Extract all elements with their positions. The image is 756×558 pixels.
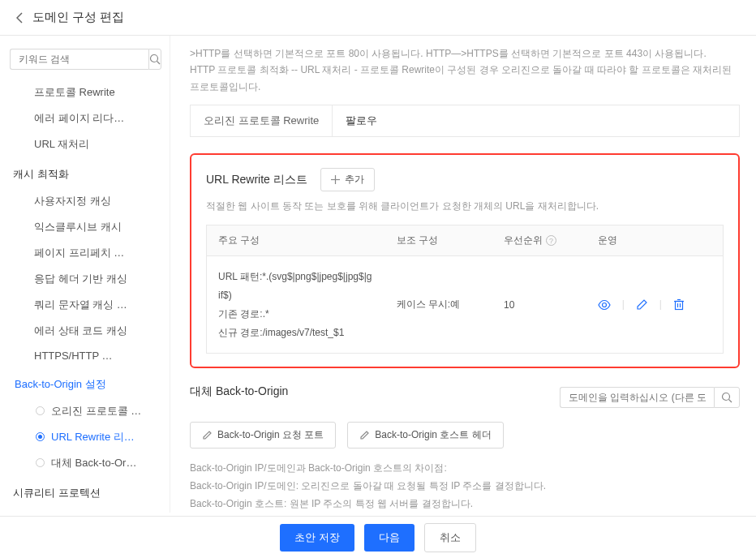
- sidebar: 프로토콜 Rewrite 에러 페이지 리다… URL 재처리 캐시 최적화 사…: [0, 36, 170, 513]
- sidebar-item[interactable]: 응답 헤더 기반 캐싱: [0, 266, 160, 292]
- config-line: URL 패턴:*.(svg$|png$|jpeg$|jpg$|gif$): [218, 268, 374, 305]
- domain-input[interactable]: [560, 387, 714, 408]
- note-line: Back-to-Origin IP/도메인: 오리진으로 돌아갈 때 요청될 특…: [190, 478, 740, 496]
- sidebar-group-title[interactable]: Back-to-Origin 설정: [0, 371, 160, 398]
- sidebar-group-title[interactable]: 캐시 최적화: [10, 161, 160, 188]
- info-line: >HTTP를 선택하면 기본적으로 포트 80이 사용됩니다. HTTP—>HT…: [190, 45, 740, 62]
- main-content: >HTTP를 선택하면 기본적으로 포트 80이 사용됩니다. HTTP—>HT…: [170, 36, 756, 513]
- plus-icon: [331, 175, 340, 184]
- divider: |: [622, 298, 625, 311]
- table-row: URL 패턴:*.(svg$|png$|jpeg$|jpg$|gif$) 기존 …: [207, 256, 724, 354]
- config-line: 기존 경로:.*: [218, 305, 374, 324]
- alt-origin-title: 대체 Back-to-Origin: [190, 384, 288, 399]
- alt-origin-buttons: Back-to-Origin 요청 포트 Back-to-Origin 호스트 …: [190, 422, 740, 449]
- sidebar-group-title[interactable]: 시큐리티 프로텍션: [10, 479, 160, 507]
- svg-line-1: [157, 62, 161, 65]
- section-title: URL Rewrite 리스트: [206, 173, 307, 187]
- add-button-label: 추가: [345, 173, 364, 187]
- sidebar-item-label: 오리진 프로토콜 …: [51, 405, 141, 417]
- radio-icon: [36, 432, 45, 441]
- col-main: 주요 구성: [207, 225, 385, 256]
- aux-cell: 케이스 무시:예: [385, 256, 493, 354]
- divider: |: [659, 298, 662, 311]
- row-ops: | |: [598, 298, 711, 311]
- back-icon[interactable]: [16, 12, 23, 24]
- sidebar-item-label: URL Rewrite 리…: [51, 431, 135, 443]
- search-icon: [149, 54, 161, 65]
- col-priority: 우선순위?: [492, 225, 586, 256]
- sidebar-item[interactable]: 에러 페이지 리다…: [0, 105, 160, 131]
- col-aux: 보조 구성: [385, 225, 493, 256]
- info-line: HTTP 프로토콜 최적화 -- URL 재처리 - 프로토콜 Rewrite이…: [190, 62, 740, 95]
- section-description: 적절한 웹 사이트 동작 또는 보호를 위해 클라이언트가 요청한 개체의 UR…: [206, 200, 724, 213]
- sidebar-item[interactable]: 대체 Back-to-Or…: [10, 450, 160, 476]
- svg-point-4: [602, 303, 606, 307]
- sidebar-item-label: 대체 Back-to-Or…: [51, 457, 136, 469]
- page-title: 도메인 구성 편집: [32, 10, 124, 25]
- col-ops: 운영: [586, 225, 724, 256]
- alt-origin-notes: Back-to-Origin IP/도메인과 Back-to-Origin 호스…: [190, 460, 740, 513]
- search-input[interactable]: [10, 49, 148, 70]
- sidebar-item[interactable]: 오리진 프로토콜 …: [10, 398, 160, 424]
- rewrite-table: 주요 구성 보조 구성 우선순위? 운영 URL 패턴:*.(svg$|png$…: [206, 225, 724, 354]
- origin-protocol-row: 오리진 프로토콜 Rewrite 팔로우: [190, 105, 740, 137]
- sidebar-item-current[interactable]: URL Rewrite 리…: [10, 424, 160, 450]
- help-icon[interactable]: ?: [546, 235, 556, 246]
- sidebar-item[interactable]: 익스클루시브 캐시: [0, 214, 160, 240]
- svg-rect-5: [675, 301, 682, 309]
- sidebar-item[interactable]: 쿼리 문자열 캐싱 …: [0, 292, 160, 318]
- sidebar-item[interactable]: 프로토콜 Rewrite: [0, 79, 160, 105]
- note-line: Back-to-Origin 호스트: 원본 IP 주소의 특정 웹 서버를 결…: [190, 496, 740, 513]
- sidebar-item[interactable]: 사용자지정 캐싱: [0, 188, 160, 214]
- radio-icon: [36, 406, 45, 415]
- delete-icon[interactable]: [673, 298, 685, 311]
- priority-cell: 10: [492, 256, 586, 354]
- view-icon[interactable]: [598, 298, 611, 311]
- host-button[interactable]: Back-to-Origin 호스트 헤더: [347, 422, 503, 449]
- sidebar-item[interactable]: 에러 상태 코드 캐싱: [0, 318, 160, 344]
- edit-icon[interactable]: [636, 298, 648, 311]
- sidebar-item[interactable]: URL 재처리: [0, 131, 160, 157]
- config-line: 신규 경로:/images/v7/test_$1: [218, 324, 374, 342]
- footer-actions: 초안 저장 다음 취소: [0, 516, 756, 558]
- sidebar-item[interactable]: HTTPS/HTTP …: [0, 344, 160, 367]
- search-button[interactable]: [148, 49, 161, 70]
- page-header: 도메인 구성 편집: [0, 0, 756, 36]
- domain-search: [560, 387, 740, 408]
- button-label: Back-to-Origin 요청 포트: [217, 428, 324, 442]
- url-rewrite-section: URL Rewrite 리스트 추가 적절한 웹 사이트 동작 또는 보호를 위…: [190, 153, 740, 368]
- edit-icon: [359, 430, 370, 440]
- cancel-button[interactable]: 취소: [424, 523, 476, 552]
- next-button[interactable]: 다음: [364, 524, 415, 552]
- svg-point-10: [723, 393, 730, 401]
- sidebar-item[interactable]: 페이지 프리페치 …: [0, 240, 160, 266]
- svg-point-0: [151, 55, 158, 62]
- edit-icon: [202, 430, 213, 440]
- add-rewrite-button[interactable]: 추가: [320, 168, 375, 191]
- sidebar-search: [10, 49, 160, 70]
- svg-line-11: [729, 400, 732, 403]
- origin-protocol-label: 오리진 프로토콜 Rewrite: [191, 105, 333, 136]
- note-line: Back-to-Origin IP/도메인과 Back-to-Origin 호스…: [190, 460, 740, 478]
- origin-protocol-value: 팔로우: [333, 105, 390, 136]
- search-icon: [721, 392, 732, 403]
- protocol-info: >HTTP를 선택하면 기본적으로 포트 80이 사용됩니다. HTTP—>HT…: [190, 45, 740, 95]
- sidebar-item[interactable]: 공격 탐지: [0, 507, 160, 513]
- save-draft-button[interactable]: 초안 저장: [280, 524, 354, 552]
- port-button[interactable]: Back-to-Origin 요청 포트: [190, 422, 336, 449]
- radio-icon: [36, 458, 45, 467]
- domain-search-button[interactable]: [714, 387, 740, 408]
- button-label: Back-to-Origin 호스트 헤더: [375, 428, 491, 442]
